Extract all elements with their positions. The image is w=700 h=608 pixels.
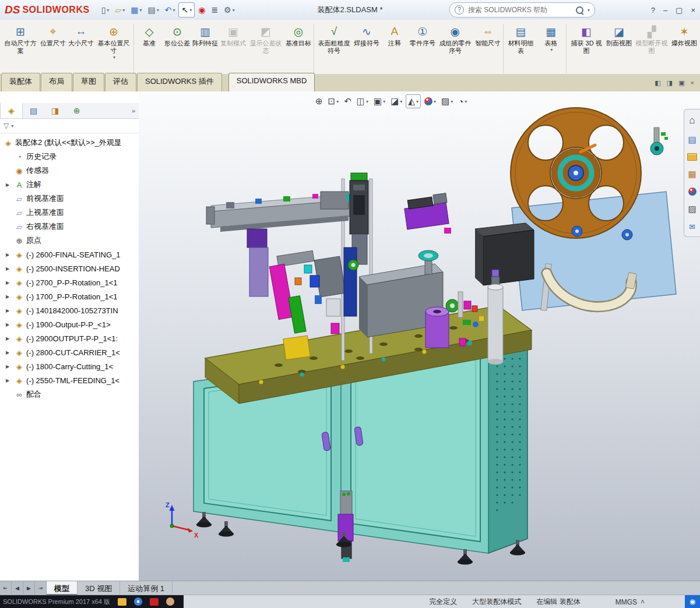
taskbar-folder-icon[interactable] — [118, 598, 126, 606]
expand-arrow-icon[interactable]: ▶ — [6, 336, 12, 341]
tab-assembly[interactable]: 装配体 — [1, 73, 40, 91]
panel-expand-chevron[interactable]: » — [128, 107, 139, 114]
tree-item-front-plane[interactable]: ▱前视基准面 — [0, 192, 139, 206]
expand-arrow-icon[interactable]: ▶ — [6, 294, 12, 299]
tab-solidworks-mbd[interactable]: SOLIDWORKS MBD — [228, 73, 315, 91]
tree-item-component[interactable]: ▶◈(-) 1800-Carry-Cutting_1< — [0, 359, 139, 373]
first-sheet-icon[interactable]: ⇤ — [0, 581, 12, 595]
dropdown-caret[interactable]: ▾ — [383, 99, 385, 104]
tab-sketch[interactable]: 草图 — [73, 73, 104, 91]
dropdown-caret[interactable]: ▾ — [434, 99, 436, 104]
exploded-view-button[interactable]: ✶爆炸视图 — [670, 22, 698, 76]
tab-motion-study-1[interactable]: 运动算例 1 — [120, 581, 173, 595]
hide-show-items-icon[interactable]: ◭▾ — [406, 94, 421, 108]
tab-model[interactable]: 模型 — [47, 581, 78, 595]
weld-symbol-button[interactable]: ∿焊接符号 — [353, 22, 381, 76]
tree-item-component[interactable]: ▶◈(-) 2700_P-P-Rotation_1<1 — [0, 275, 139, 289]
tree-item-component[interactable]: ▶◈(-) 2900OUTPUT-P-P_1<1: — [0, 331, 139, 345]
featuremanager-tab-icon[interactable]: ◈ — [0, 103, 23, 118]
surface-finish-button[interactable]: √表面粗糙度符号 — [315, 22, 353, 76]
auto-dimension-scheme-button[interactable]: ⊞自动尺寸方案 — [2, 22, 39, 76]
doc-next-icon[interactable]: ◨ — [667, 79, 673, 87]
edit-appearance-icon[interactable]: ▾ — [423, 96, 438, 107]
previous-view-icon[interactable]: ↶ — [342, 95, 353, 108]
select-button[interactable]: ↖▾ — [178, 2, 195, 17]
dropdown-caret[interactable]: ▾ — [336, 99, 339, 104]
search-caret[interactable]: ▾ — [588, 8, 590, 13]
geometric-tolerance-button[interactable]: ⊙形位公差 — [163, 22, 191, 76]
zoom-to-area-icon[interactable]: ⊡▾ — [326, 95, 341, 108]
graphics-area[interactable]: Z X ⊕ ⊡▾ ↶ ◫▾ ▣▾ ◪▾ ◭▾ ▾ ▨▾ ◔▾ ⌂ ▤ ▦ — [139, 91, 700, 581]
print-button[interactable]: ▤▾ — [145, 3, 161, 17]
expand-arrow-icon[interactable]: ▶ — [6, 378, 12, 383]
prev-sheet-icon[interactable]: ◀ — [12, 581, 23, 595]
units-selector[interactable]: MMGS — [615, 598, 637, 606]
pattern-feature-button[interactable]: ▥阵列特征 — [191, 22, 219, 76]
filter-funnel-icon[interactable]: ▽ — [3, 122, 9, 130]
apply-scene-icon[interactable]: ▨▾ — [439, 95, 455, 108]
tree-item-mates[interactable]: ∞配合 — [0, 387, 139, 401]
dropdown-caret[interactable]: ▾ — [189, 8, 192, 13]
location-dimension-button[interactable]: ⌖位置尺寸 — [39, 22, 67, 76]
model-break-view-button[interactable]: ▞模型断开视图 — [633, 22, 670, 76]
tree-item-component[interactable]: ▶◈(-) 1900-Output-P-P_<1> — [0, 317, 139, 331]
dropdown-caret[interactable]: ▾ — [122, 8, 125, 13]
basic-location-dimension-button[interactable]: ⊕基本位置尺寸▾ — [95, 22, 132, 76]
last-sheet-icon[interactable]: ⇥ — [35, 581, 47, 595]
tab-layout[interactable]: 布局 — [41, 73, 72, 91]
tree-root[interactable]: ◈装配体2 (默认<<默认>>_外观显 — [0, 136, 139, 150]
undo-button[interactable]: ↶▾ — [163, 3, 178, 17]
dropdown-caret[interactable]: ▾ — [157, 8, 159, 13]
dropdown-caret[interactable]: ▾ — [113, 55, 115, 60]
tree-item-component[interactable]: ▶◈(-) 1401842000-105273TIN — [0, 303, 139, 317]
taskbar-avatar-icon[interactable] — [166, 598, 174, 606]
rebuild-button[interactable]: ◉ — [196, 3, 207, 17]
search-input[interactable] — [467, 5, 573, 15]
dropdown-caret[interactable]: ▾ — [550, 47, 553, 52]
dropdown-caret[interactable]: ▾ — [233, 8, 235, 13]
show-tolerance-status-button[interactable]: ◩显示公差状态 — [247, 22, 284, 76]
tab-3d-views[interactable]: 3D 视图 — [78, 581, 120, 595]
size-dimension-button[interactable]: ↔大小尺寸 — [67, 22, 95, 76]
units-caret-icon[interactable]: ˄ — [641, 598, 645, 606]
appearances-scenes-icon[interactable] — [688, 188, 697, 196]
tree-item-component[interactable]: ▶◈(-) 2600-FINAL-SEATING_1 — [0, 248, 139, 261]
tab-evaluate[interactable]: 评估 — [105, 73, 136, 91]
tree-item-origin[interactable]: ⊕原点 — [0, 234, 139, 248]
configurationmanager-tab-icon[interactable]: ◨ — [44, 103, 66, 118]
dropdown-caret[interactable]: ▾ — [11, 123, 13, 129]
section-view-icon[interactable]: ◫▾ — [355, 95, 370, 108]
file-explorer-icon[interactable] — [687, 153, 697, 161]
solidworks-resources-icon[interactable]: ⌂ — [689, 115, 695, 126]
tree-item-annotations[interactable]: ▶A注解 — [0, 178, 139, 192]
expand-arrow-icon[interactable]: ▶ — [6, 364, 12, 369]
tree-item-component[interactable]: ▶◈(-) 2800-CUT-CARRIER_1< — [0, 345, 139, 359]
copy-scheme-button[interactable]: ▣复制模式 — [219, 22, 247, 76]
solidworks-forum-icon[interactable]: ✉ — [689, 222, 695, 231]
display-style-icon[interactable]: ◪▾ — [389, 95, 404, 108]
minimize-button[interactable]: – — [663, 6, 667, 15]
taskbar-browser-icon[interactable] — [134, 598, 142, 606]
file-properties-button[interactable]: ≣ — [209, 3, 220, 17]
dropdown-caret[interactable]: ▾ — [139, 8, 142, 13]
expand-arrow-icon[interactable]: ▶ — [6, 280, 12, 285]
taskbar-media-icon[interactable] — [150, 598, 159, 606]
balloon-button[interactable]: ①零件序号 — [409, 22, 437, 76]
dropdown-caret[interactable]: ▾ — [451, 99, 453, 104]
design-library-icon[interactable]: ▤ — [688, 135, 696, 145]
close-button[interactable]: × — [691, 6, 695, 15]
tree-item-top-plane[interactable]: ▱上视基准面 — [0, 206, 139, 220]
bill-of-materials-button[interactable]: ▤材料明细表 — [505, 22, 537, 76]
expand-arrow-icon[interactable]: ▶ — [6, 252, 12, 257]
datum-target-button[interactable]: ◎基准目标 — [284, 22, 312, 76]
displaymanager-tab-icon[interactable] — [87, 103, 109, 118]
expand-arrow-icon[interactable]: ▶ — [6, 182, 12, 188]
doc-close-icon[interactable]: × — [691, 79, 694, 87]
tree-item-component[interactable]: ▶◈(-) 2550-TML-FEEDING_1< — [0, 373, 139, 387]
view-settings-icon[interactable]: ◔▾ — [456, 96, 469, 108]
view-palette-icon[interactable]: ▦ — [688, 169, 696, 179]
tree-item-component[interactable]: ▶◈(-) 2500-INSERTION-HEAD — [0, 261, 139, 275]
dropdown-caret[interactable]: ▾ — [366, 99, 368, 104]
dropdown-caret[interactable]: ▾ — [416, 99, 418, 104]
expand-arrow-icon[interactable]: ▶ — [6, 266, 12, 271]
